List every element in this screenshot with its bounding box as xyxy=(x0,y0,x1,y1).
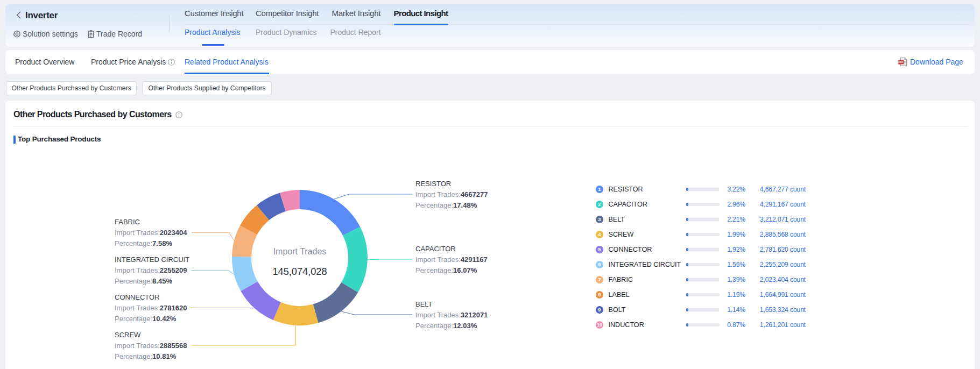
svg-text:1.92%: 1.92% xyxy=(727,246,745,253)
svg-text:INTEGRATED CIRCUIT: INTEGRATED CIRCUIT xyxy=(609,261,681,268)
svg-text:SCREW: SCREW xyxy=(115,331,141,339)
svg-text:6: 6 xyxy=(598,261,601,267)
svg-text:BELT: BELT xyxy=(609,216,625,223)
svg-text:1: 1 xyxy=(598,186,601,192)
svg-text:Percentage:10.42%: Percentage:10.42% xyxy=(115,315,177,323)
svg-text:RESISTOR: RESISTOR xyxy=(415,180,451,188)
svg-text:7: 7 xyxy=(598,276,601,282)
svg-text:PDF: PDF xyxy=(899,61,904,63)
svg-text:Percentage:16.07%: Percentage:16.07% xyxy=(415,266,477,274)
svg-text:BOLT: BOLT xyxy=(609,306,626,314)
svg-text:BELT: BELT xyxy=(415,300,433,308)
svg-text:Import Trades:2885568: Import Trades:2885568 xyxy=(115,342,187,350)
svg-text:1.14%: 1.14% xyxy=(727,306,745,314)
svg-text:8: 8 xyxy=(598,292,601,297)
svg-text:1,664,991 count: 1,664,991 count xyxy=(760,291,806,299)
svg-text:Import Trades:2781620: Import Trades:2781620 xyxy=(115,304,187,312)
svg-text:LABEL: LABEL xyxy=(609,291,630,299)
svg-text:4: 4 xyxy=(598,231,601,237)
svg-text:1,653,324 count: 1,653,324 count xyxy=(760,306,806,314)
svg-text:2: 2 xyxy=(598,201,601,207)
svg-text:145,074,028: 145,074,028 xyxy=(272,266,327,277)
svg-text:2,023,404 count: 2,023,404 count xyxy=(760,276,806,283)
svg-text:CONNECTOR: CONNECTOR xyxy=(609,246,652,253)
svg-text:FABRIC: FABRIC xyxy=(609,276,633,283)
svg-text:1.99%: 1.99% xyxy=(727,231,745,238)
svg-text:Import Trades:4291167: Import Trades:4291167 xyxy=(415,256,488,264)
svg-text:Import Trades:2255209: Import Trades:2255209 xyxy=(115,266,187,274)
svg-text:Percentage:12.03%: Percentage:12.03% xyxy=(415,322,477,330)
svg-text:Percentage:17.48%: Percentage:17.48% xyxy=(415,201,477,209)
svg-text:Import Trades: Import Trades xyxy=(273,247,327,256)
svg-text:CAPACITOR: CAPACITOR xyxy=(415,245,456,253)
svg-text:INDUCTOR: INDUCTOR xyxy=(609,321,644,329)
svg-text:2,885,568 count: 2,885,568 count xyxy=(760,231,806,238)
svg-text:CAPACITOR: CAPACITOR xyxy=(609,201,647,208)
svg-text:Import Trades:2023404: Import Trades:2023404 xyxy=(115,229,187,237)
svg-text:1,261,201 count: 1,261,201 count xyxy=(760,321,806,329)
svg-text:9: 9 xyxy=(598,307,601,313)
svg-text:Percentage:10.81%: Percentage:10.81% xyxy=(115,352,177,360)
svg-text:CONNECTOR: CONNECTOR xyxy=(115,293,160,301)
svg-text:3.22%: 3.22% xyxy=(727,186,745,193)
svg-text:3: 3 xyxy=(598,216,601,222)
svg-text:10: 10 xyxy=(597,322,602,328)
svg-text:1.15%: 1.15% xyxy=(727,291,745,299)
svg-text:2.21%: 2.21% xyxy=(727,216,745,223)
svg-text:0.87%: 0.87% xyxy=(727,321,745,329)
svg-text:Import Trades:3212071: Import Trades:3212071 xyxy=(415,311,488,319)
svg-text:4,291,167 count: 4,291,167 count xyxy=(760,201,806,208)
svg-text:RESISTOR: RESISTOR xyxy=(609,186,643,193)
svg-text:Import Trades:4667277: Import Trades:4667277 xyxy=(415,190,488,198)
svg-text:2,255,209 count: 2,255,209 count xyxy=(760,261,806,268)
svg-text:FABRIC: FABRIC xyxy=(115,218,140,226)
svg-text:4,667,277 count: 4,667,277 count xyxy=(760,186,806,193)
svg-text:3,212,071 count: 3,212,071 count xyxy=(760,216,806,223)
svg-text:SCREW: SCREW xyxy=(609,231,634,238)
svg-text:Percentage:7.58%: Percentage:7.58% xyxy=(115,239,172,247)
svg-text:INTEGRATED CIRCUIT: INTEGRATED CIRCUIT xyxy=(115,256,189,264)
svg-text:1.55%: 1.55% xyxy=(727,261,745,268)
svg-text:2.96%: 2.96% xyxy=(727,201,745,208)
svg-text:1.39%: 1.39% xyxy=(727,276,745,283)
svg-text:2,781,620 count: 2,781,620 count xyxy=(760,246,806,253)
svg-text:Percentage:8.45%: Percentage:8.45% xyxy=(115,277,172,285)
svg-text:5: 5 xyxy=(598,246,601,252)
